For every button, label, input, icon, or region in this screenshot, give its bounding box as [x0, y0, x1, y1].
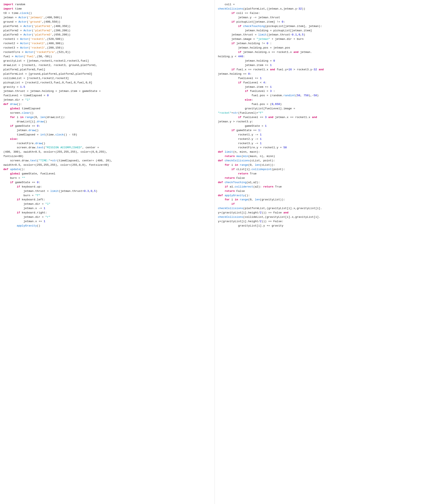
- left-code: import random import time t0 = time.cloc…: [3, 2, 211, 228]
- left-panel: import random import time t0 = time.cloc…: [0, 0, 215, 504]
- right-panel: coll = checkCollisions(platformList,(jet…: [215, 0, 429, 504]
- right-code: coll = checkCollisions(platformList,(jet…: [218, 2, 426, 228]
- code-editor: import random import time t0 = time.cloc…: [0, 0, 429, 504]
